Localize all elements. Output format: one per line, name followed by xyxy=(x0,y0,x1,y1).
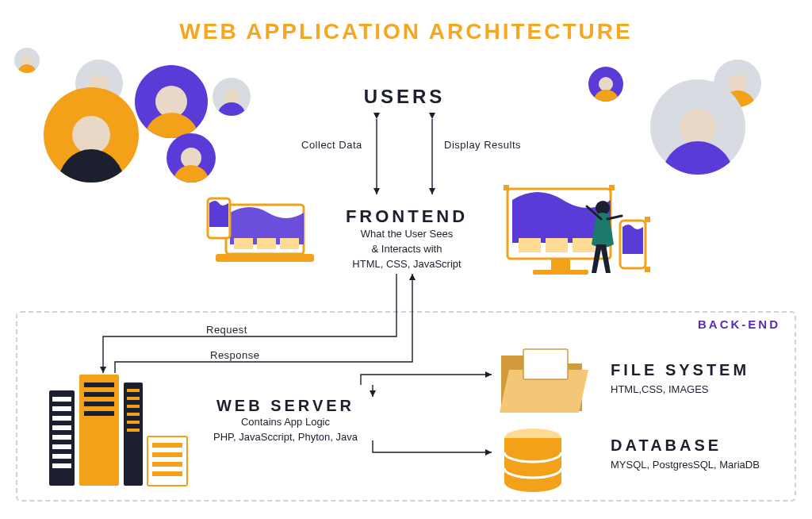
svg-rect-13 xyxy=(573,238,595,252)
svg-rect-11 xyxy=(519,238,541,252)
svg-rect-19 xyxy=(609,185,615,190)
svg-rect-2 xyxy=(226,205,304,254)
svg-rect-12 xyxy=(546,238,568,252)
database-desc: MYSQL, PostgresSQL, MariaDB xyxy=(611,455,793,473)
svg-rect-8 xyxy=(508,189,611,259)
users-label: USERS xyxy=(341,86,468,108)
avatar-icon xyxy=(44,87,139,183)
frontend-desc-line: & Interacts with xyxy=(372,243,442,255)
avatar-icon xyxy=(167,133,216,183)
frontend-desc: What the User Sees & Interacts with HTML… xyxy=(316,227,498,272)
filesystem-desc: HTML,CSS, IMAGES xyxy=(611,379,793,398)
display-results-label: Display Results xyxy=(444,139,521,151)
webserver-label: WEB SERVER xyxy=(182,397,389,415)
avatar-icon xyxy=(588,67,623,102)
database-label: DATABASE xyxy=(611,436,793,455)
svg-rect-6 xyxy=(280,238,299,249)
svg-point-15 xyxy=(596,201,610,215)
backend-label: BACK-END xyxy=(698,317,780,331)
devices-icon xyxy=(208,198,314,262)
avatar-icon xyxy=(650,79,745,175)
svg-rect-3 xyxy=(216,254,314,262)
frontend-label: FRONTEND xyxy=(316,206,498,227)
svg-rect-18 xyxy=(504,185,509,190)
backend-container xyxy=(16,311,796,502)
webserver-desc: Contains App Logic PHP, JavaSccript, Phy… xyxy=(182,415,389,445)
frontend-desc-line: What the User Sees xyxy=(361,228,453,240)
request-label: Request xyxy=(206,324,247,336)
svg-line-17 xyxy=(607,216,622,219)
webserver-desc-line: PHP, JavaSccript, Phyton, Java xyxy=(213,431,358,443)
svg-rect-5 xyxy=(257,238,276,249)
svg-rect-20 xyxy=(645,217,650,222)
svg-line-16 xyxy=(587,206,601,219)
avatar-icon xyxy=(213,78,251,116)
filesystem-label: FILE SYSTEM xyxy=(611,361,793,379)
svg-rect-14 xyxy=(620,221,645,268)
svg-rect-4 xyxy=(234,238,253,249)
webserver-desc-line: Contains App Logic xyxy=(241,416,330,428)
frontend-desc-line: HTML, CSS, JavaScript xyxy=(352,258,461,270)
diagram-title: WEB APPLICATION ARCHITECTURE xyxy=(0,19,812,44)
response-label: Response xyxy=(210,349,260,361)
collect-data-label: Collect Data xyxy=(301,139,362,151)
svg-rect-9 xyxy=(551,259,570,270)
monitor-person-icon xyxy=(504,185,650,275)
avatar-icon xyxy=(135,65,208,138)
svg-rect-10 xyxy=(533,270,588,275)
svg-rect-21 xyxy=(645,267,650,272)
svg-rect-7 xyxy=(208,198,230,238)
avatar-icon xyxy=(14,48,40,73)
